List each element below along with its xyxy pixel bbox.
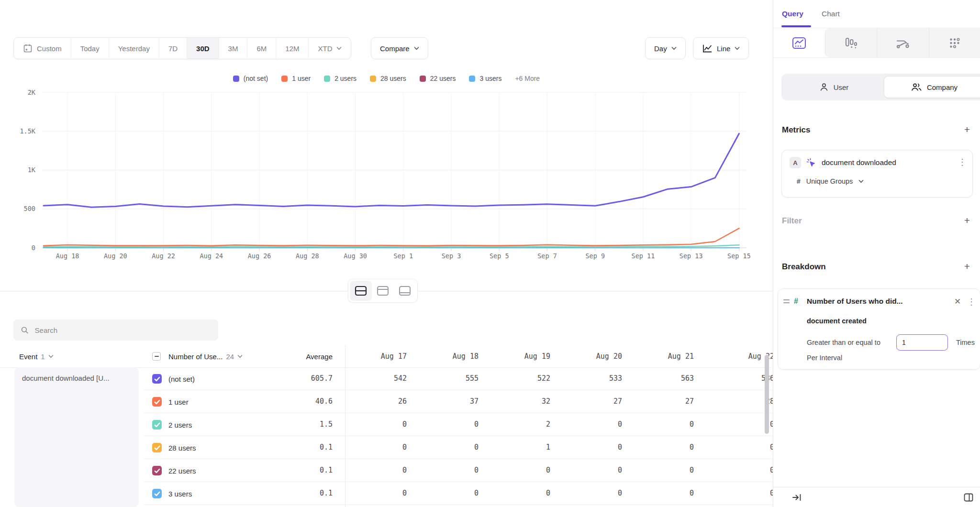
layout-chart-top-button[interactable] <box>372 281 394 301</box>
table-row[interactable]: 28 users0.1001000 <box>144 436 774 459</box>
toggle-user[interactable]: User <box>784 76 884 98</box>
legend-item[interactable]: 3 users <box>469 75 501 82</box>
legend-item[interactable]: 22 users <box>420 75 456 82</box>
compare-button[interactable]: Compare <box>371 37 428 59</box>
cell-value: 0 <box>622 436 694 459</box>
check-icon <box>154 445 160 451</box>
cell-value: 533 <box>550 367 622 390</box>
series-line <box>44 228 739 245</box>
range-12m[interactable]: 12M <box>276 38 309 59</box>
range-7d[interactable]: 7D <box>159 38 187 59</box>
check-icon <box>154 399 160 405</box>
split-view-icon <box>355 286 367 296</box>
series-line <box>44 133 739 207</box>
table-row[interactable]: 1 user40.6263732272728 <box>144 390 774 413</box>
event-column-header[interactable]: Event 1 <box>19 345 54 367</box>
cell-value: 0 <box>550 413 622 436</box>
table-header: Event 1 Number of Use... 24 Average Aug … <box>0 345 771 368</box>
metric-badge: A <box>790 157 801 168</box>
x-axis-label: Sep 3 <box>442 252 461 260</box>
table-row[interactable]: (not set)605.7542555522533563536 <box>144 367 774 390</box>
range-30d[interactable]: 30D <box>187 38 219 59</box>
chart-style-button[interactable]: Line <box>693 37 749 59</box>
y-axis-label: 2K <box>28 88 36 96</box>
legend-item[interactable]: 28 users <box>370 75 406 82</box>
flow-chart-icon <box>896 37 910 49</box>
series-column-header[interactable]: Number of Use... 24 <box>168 345 243 367</box>
grid-dots-icon <box>949 37 960 49</box>
cell-value: 0 <box>550 436 622 459</box>
cell-value: 0 <box>407 436 479 459</box>
series-checkbox[interactable] <box>152 466 162 475</box>
legend-item[interactable]: (not set) <box>233 75 268 82</box>
table-row[interactable]: 2 users1.5002000 <box>144 413 774 436</box>
tab-query[interactable]: Query <box>782 0 803 27</box>
company-icon <box>911 82 922 92</box>
range-custom[interactable]: Custom <box>14 38 71 59</box>
metrics-heading: Metrics <box>782 125 811 135</box>
range-yesterday[interactable]: Yesterday <box>109 38 159 59</box>
collapse-panel-button[interactable] <box>791 493 802 504</box>
series-header-label: Number of Use... <box>168 353 223 361</box>
chart-type-flow-chart[interactable] <box>877 28 929 57</box>
cell-value: 2 <box>479 413 550 436</box>
panel-layout-button[interactable] <box>963 493 974 504</box>
cell-value: 0 <box>407 413 479 436</box>
cell-value: 26 <box>335 390 407 413</box>
columns-panel-icon <box>963 493 974 502</box>
series-checkbox[interactable] <box>152 489 162 498</box>
range-6m[interactable]: 6M <box>247 38 276 59</box>
metric-card[interactable]: A document downloaded ⋮ # Unique Groups <box>781 150 973 198</box>
layout-split-view-button[interactable] <box>350 281 372 301</box>
series-checkbox[interactable] <box>152 443 162 452</box>
breakdown-menu-button[interactable]: ⋮ <box>967 298 976 306</box>
chart-type-line-chart[interactable] <box>773 28 825 57</box>
legend-item[interactable]: 1 user <box>281 75 311 82</box>
table-row[interactable]: 3 users0.1000000 <box>144 482 774 505</box>
legend-swatch <box>281 76 288 82</box>
x-axis-label: Sep 15 <box>727 252 751 260</box>
series-checkbox[interactable] <box>152 420 162 430</box>
range-3m[interactable]: 3M <box>219 38 248 59</box>
drag-handle-icon[interactable] <box>783 299 790 305</box>
search-input[interactable] <box>34 326 211 335</box>
measure-selector[interactable]: Unique Groups <box>806 177 853 185</box>
metric-menu-button[interactable]: ⋮ <box>958 158 967 166</box>
close-icon[interactable]: ✕ <box>954 297 961 307</box>
compare-label: Compare <box>380 44 410 53</box>
cell-value: 555 <box>407 367 479 390</box>
table-scrollbar[interactable] <box>765 355 769 434</box>
chevron-down-icon <box>336 47 342 50</box>
metric-event-name: document downloaded <box>822 158 896 167</box>
tab-chart[interactable]: Chart <box>822 0 840 27</box>
toggle-company[interactable]: Company <box>884 76 980 98</box>
legend-more[interactable]: +6 More <box>515 75 540 82</box>
event-spark-icon <box>806 158 816 168</box>
chart-top-view-icon <box>377 286 389 296</box>
cell-value: 37 <box>407 390 479 413</box>
chart-type-grid-chart[interactable] <box>929 28 980 57</box>
legend-label: 3 users <box>479 75 501 82</box>
layout-table-bottom-button[interactable] <box>394 281 416 301</box>
range-today[interactable]: Today <box>71 38 109 59</box>
range-label: Yesterday <box>118 44 150 53</box>
range-label: 7D <box>168 44 178 53</box>
add-breakdown-button[interactable]: + <box>962 261 972 272</box>
series-checkbox[interactable] <box>152 397 162 407</box>
series-checkbox[interactable] <box>152 374 162 384</box>
average-value: 1.5 <box>268 413 333 436</box>
select-all-checkbox[interactable] <box>152 345 161 367</box>
add-filter-button[interactable]: + <box>962 215 972 226</box>
cell-value: 563 <box>622 367 694 390</box>
date-column-header: Aug 20 <box>550 345 622 367</box>
table-row[interactable]: 22 users0.1000000 <box>144 459 774 482</box>
add-metric-button[interactable]: + <box>962 124 972 135</box>
condition-value-input[interactable] <box>896 334 948 351</box>
average-value: 605.7 <box>268 367 333 390</box>
frozen-column-divider <box>345 345 345 507</box>
cell-value: 0 <box>702 482 774 505</box>
legend-item[interactable]: 2 users <box>324 75 356 82</box>
range-xtd[interactable]: XTD <box>309 38 351 59</box>
interval-button[interactable]: Day <box>645 37 686 59</box>
chart-type-bar-chart[interactable] <box>825 28 877 57</box>
